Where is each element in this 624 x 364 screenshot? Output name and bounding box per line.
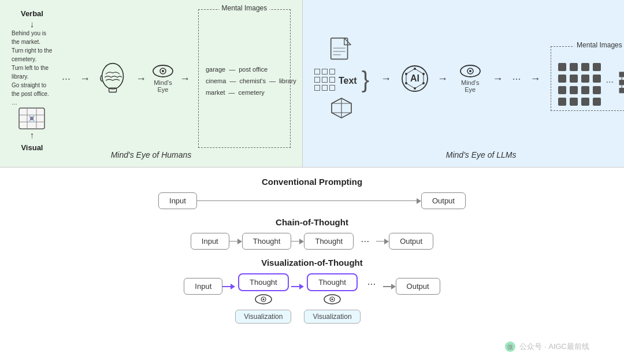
llms-panel-title: Mind's Eye of LLMs	[314, 150, 624, 159]
text-block: Text }	[314, 68, 369, 91]
dot	[593, 75, 601, 83]
dot	[558, 75, 566, 83]
dot	[593, 63, 601, 71]
vis-thought2-col: Thought Visualization	[304, 273, 360, 324]
vis-input-label: Input	[195, 282, 211, 291]
dot	[570, 63, 578, 71]
chain-thought1-label: Thought	[253, 237, 281, 246]
minds-eye-block-human: Mind's Eye	[152, 9, 174, 148]
doc-icon	[329, 37, 354, 66]
mid-dots: ···	[606, 77, 613, 87]
bracket: }	[362, 68, 369, 91]
arrowhead-chain-2	[299, 239, 304, 244]
arrow-right-1: →	[80, 73, 90, 85]
arrow-llm-4: →	[526, 73, 544, 85]
chain-arrow-2	[291, 239, 304, 244]
conventional-input-box: Input	[158, 192, 197, 209]
arrow-llm-1: →	[377, 73, 395, 85]
vis-output-box: Output	[396, 278, 440, 295]
vis-arrow-1	[222, 284, 235, 289]
human-left: Verbal ↓ Behind you is the market.Turn r…	[12, 9, 53, 125]
vis-thought1-label: Thought	[250, 278, 277, 287]
mental-images-title-human: Mental Images	[220, 4, 270, 12]
chain-section: Chain-of-Thought Input Thought Thought ·…	[35, 217, 589, 250]
watermark-text: 公众号 · AIGC最前线	[519, 341, 589, 352]
dot	[570, 75, 578, 83]
grid-item: post office	[239, 64, 268, 76]
chain-title: Chain-of-Thought	[35, 217, 589, 227]
wechat-icon: 微	[504, 341, 516, 352]
visual-label: Visual	[21, 143, 43, 152]
chain-thought1-box: Thought	[242, 233, 292, 250]
arrow-human-2: →	[132, 9, 150, 148]
mental-images-title-llm: Mental Images	[574, 41, 624, 49]
svg-text:微: 微	[507, 344, 513, 350]
dot	[581, 75, 589, 83]
eye-icon-human	[152, 64, 174, 78]
vis-thought1-col: Thought Visualization	[235, 273, 291, 324]
dot-grid	[558, 63, 601, 106]
svg-point-39	[469, 70, 471, 72]
svg-line-34	[406, 83, 415, 88]
svg-line-21	[332, 98, 341, 103]
visualization-title: Visualization-of-Thought	[35, 258, 589, 268]
grid-item: market	[206, 87, 225, 99]
eye-icon-vis2	[323, 294, 341, 305]
conventional-output-label: Output	[432, 196, 455, 205]
visual-up-arrow: ↑	[30, 130, 35, 140]
mental-images-box-human: Mental Images garage — post office cinem…	[198, 9, 291, 148]
vis-thought2-label: Thought	[318, 278, 346, 287]
chain-output-box: Output	[389, 233, 433, 250]
chain-arrow-3	[376, 239, 389, 244]
verbal-label: Verbal	[21, 9, 43, 18]
minds-eye-block-llm: Mind's Eye	[456, 64, 484, 93]
arrow-llm-3: →	[489, 73, 506, 85]
top-section: Verbal ↓ Behind you is the market.Turn r…	[0, 0, 624, 168]
visual-block: ↑ Visual	[12, 107, 53, 152]
grid-item: cemetery	[239, 87, 265, 99]
conventional-section: Conventional Prompting Input Output	[35, 177, 589, 209]
llms-panel: Text } →	[303, 0, 624, 167]
svg-rect-46	[619, 88, 624, 93]
vis-label-1: Visualization	[244, 313, 283, 321]
flow-dots-human: ···	[60, 9, 73, 148]
svg-line-33	[415, 83, 424, 88]
conventional-arrow	[197, 198, 421, 204]
minds-eye-label-llm: Mind's Eye	[456, 79, 484, 93]
eye-icon-vis1	[254, 294, 273, 305]
chain-thought2-label: Thought	[315, 237, 343, 246]
arrowhead-vis-1	[231, 284, 235, 289]
arrow-right-3: →	[180, 73, 190, 85]
svg-point-63	[262, 299, 264, 300]
chain-flow: Input Thought Thought ··· Output	[35, 233, 589, 250]
arrow-llm-2: →	[434, 73, 451, 85]
grid-item: library	[279, 76, 296, 87]
dot	[570, 86, 578, 94]
verbal-text: Behind you is the market.Turn right to t…	[12, 29, 53, 107]
verbal-down-arrow: ↓	[30, 19, 35, 29]
chain-thought2-box: Thought	[304, 233, 354, 250]
arrow-right-llm-1: →	[381, 73, 391, 85]
bottom-section: Conventional Prompting Input Output Chai…	[0, 168, 624, 341]
svg-point-12	[162, 70, 164, 72]
dot	[593, 86, 601, 94]
humans-panel: Verbal ↓ Behind you is the market.Turn r…	[0, 0, 303, 167]
svg-line-22	[341, 98, 351, 103]
svg-rect-40	[619, 72, 624, 77]
dot	[581, 98, 589, 106]
brain-head-icon	[97, 61, 129, 96]
dot-grid-block: ···	[558, 58, 624, 106]
watermark: 微 公众号 · AIGC最前线	[504, 341, 589, 352]
dot	[593, 98, 601, 106]
vis-arrow-3	[383, 284, 396, 289]
mental-images-box-llm: Mental Images	[551, 46, 624, 111]
cube-icon	[329, 96, 354, 120]
vis-dots: ···	[367, 278, 376, 290]
arrowhead-vis-3	[391, 284, 396, 289]
dot	[570, 98, 578, 106]
arrow-right-llm-4: →	[530, 73, 540, 85]
dot	[581, 86, 589, 94]
svg-text:AI: AI	[410, 73, 419, 83]
conventional-flow: Input Output	[35, 192, 589, 209]
arrowhead-vis-2	[299, 284, 304, 289]
